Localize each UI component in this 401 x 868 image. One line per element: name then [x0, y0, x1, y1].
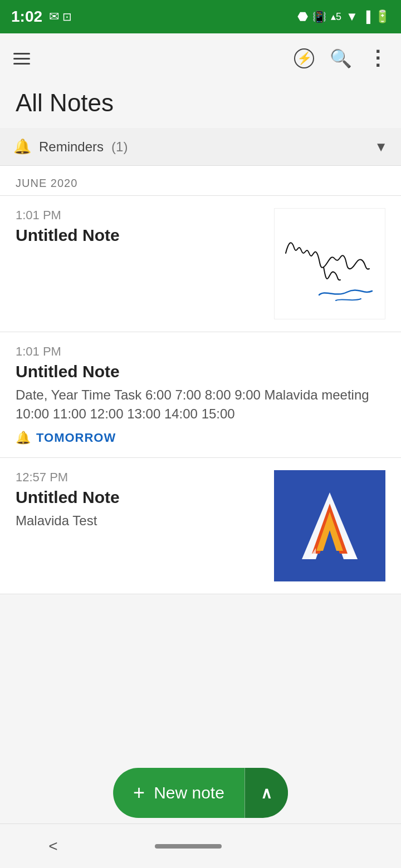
fab-expand-button[interactable]: ∧ [244, 768, 288, 818]
fab-plus-icon: + [133, 781, 145, 805]
note-title-2: Untitled Note [16, 362, 374, 381]
note-time-3: 12:57 PM [16, 470, 263, 485]
data-icon: ▴5 [331, 11, 341, 23]
new-note-button[interactable]: + New note [113, 768, 244, 818]
note-content-2: 1:01 PM Untitled Note Date, Year Time Ta… [16, 344, 385, 445]
note-item-3[interactable]: 12:57 PM Untitled Note Malavida Test [0, 458, 401, 594]
section-date: JUNE 2020 [16, 177, 77, 189]
fab-label: New note [154, 783, 224, 802]
note-preview-2: Date, Year Time Task 6:00 7:00 8:00 9:00… [16, 386, 374, 423]
bluetooth-icon: ⬣ [297, 9, 308, 24]
note-title-1: Untitled Note [16, 226, 263, 245]
status-icons: ✉ ⊡ [49, 9, 72, 24]
malavida-logo-thumbnail [274, 470, 385, 581]
battery-icon: 🔋 [375, 9, 390, 24]
flash-icon: ⚡ [297, 51, 312, 66]
status-bar: 1:02 ✉ ⊡ ⬣ 📳 ▴5 ▼ ▐ 🔋 [0, 0, 401, 33]
reminders-label: Reminders [39, 139, 104, 155]
screenshot-icon: ⊡ [62, 10, 72, 23]
note-thumbnail-handwriting [274, 208, 385, 319]
note-content-3: 12:57 PM Untitled Note Malavida Test [16, 470, 274, 530]
hamburger-line [13, 53, 30, 55]
hamburger-line [13, 63, 30, 65]
more-menu-button[interactable]: ⋮ [368, 47, 388, 70]
gmail-icon: ✉ [49, 9, 59, 24]
vibrate-icon: 📳 [312, 10, 326, 23]
menu-button[interactable] [13, 53, 30, 65]
search-button[interactable]: 🔍 [330, 48, 352, 69]
wifi-icon: ▼ [346, 9, 358, 24]
reminder-badge-text: TOMORROW [36, 431, 116, 445]
note-item-1[interactable]: 1:01 PM Untitled Note [0, 196, 401, 332]
page-title: All Notes [16, 89, 385, 117]
page-title-bar: All Notes [0, 83, 401, 128]
signal-icon: ▐ [363, 11, 370, 23]
reminders-count: (1) [111, 139, 128, 155]
main-content: 🔔 Reminders (1) ▼ JUNE 2020 1:01 PM Unti… [0, 128, 401, 594]
reminders-bell-icon: 🔔 [13, 138, 31, 155]
back-button[interactable]: < [48, 837, 57, 855]
toolbar-left [13, 53, 30, 65]
note-item-2[interactable]: 1:01 PM Untitled Note Date, Year Time Ta… [0, 332, 401, 458]
hamburger-line [13, 58, 30, 60]
fab-container: + New note ∧ [113, 768, 288, 818]
note-time-1: 1:01 PM [16, 208, 263, 223]
note-title-3: Untitled Note [16, 488, 263, 507]
reminders-left: 🔔 Reminders (1) [13, 138, 128, 155]
status-bar-left: 1:02 ✉ ⊡ [11, 8, 72, 26]
toolbar-right: ⚡ 🔍 ⋮ [294, 47, 388, 70]
note-content-1: 1:01 PM Untitled Note [16, 208, 274, 249]
fab-chevron-up-icon: ∧ [261, 784, 272, 802]
bottom-nav: < [0, 823, 401, 868]
reminder-bell-icon: 🔔 [16, 431, 31, 445]
reminders-bar[interactable]: 🔔 Reminders (1) ▼ [0, 128, 401, 166]
nav-pill [155, 844, 222, 849]
reminders-chevron-icon[interactable]: ▼ [374, 139, 388, 155]
status-bar-right: ⬣ 📳 ▴5 ▼ ▐ 🔋 [297, 9, 390, 24]
toolbar: ⚡ 🔍 ⋮ [0, 33, 401, 83]
reminder-badge: 🔔 TOMORROW [16, 431, 374, 445]
status-time: 1:02 [11, 8, 42, 26]
note-preview-3: Malavida Test [16, 511, 263, 530]
section-header: JUNE 2020 [0, 166, 401, 196]
flash-button[interactable]: ⚡ [294, 48, 314, 68]
note-time-2: 1:01 PM [16, 344, 374, 359]
